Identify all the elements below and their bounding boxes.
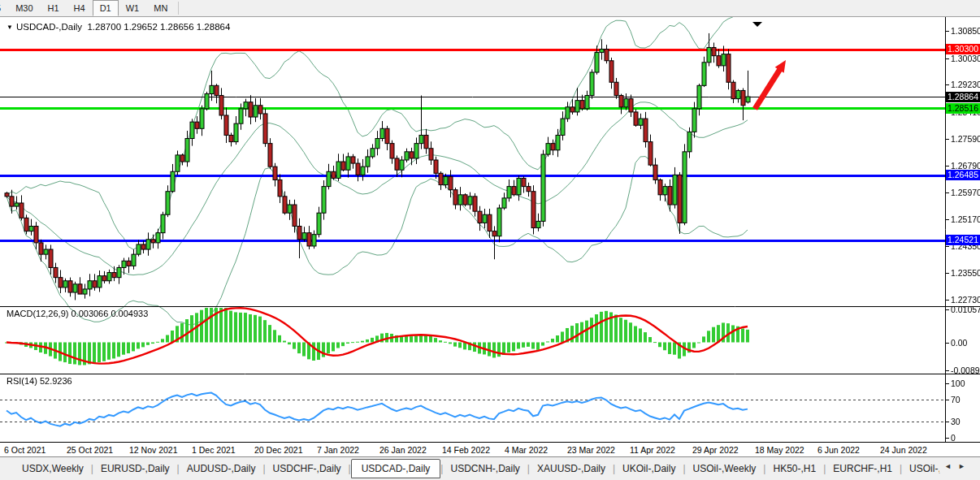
trading-terminal: 5M30H1H4D1W1MN ▼USDCAD-,Daily 1.28700 1.… bbox=[0, 0, 980, 480]
macd-axis-tick: 0.00 bbox=[951, 338, 967, 348]
rsi-axis-tick: 70 bbox=[951, 395, 960, 404]
time-axis-label: 6 Oct 2021 bbox=[4, 445, 46, 455]
time-axis-label: 18 May 2022 bbox=[755, 445, 804, 455]
time-axis-label: 26 Jan 2022 bbox=[379, 445, 427, 455]
timeframe-button-5[interactable]: 5 bbox=[0, 0, 8, 16]
time-axis-label: 1 Dec 2021 bbox=[192, 445, 236, 455]
time-axis-label: 25 Oct 2021 bbox=[67, 445, 113, 455]
rsi-indicator-label: RSI(14) 52.9236 bbox=[7, 376, 72, 386]
tab-scroll-arrows: ◄ ► bbox=[939, 460, 978, 473]
price-axis-tick: 1.22730 bbox=[951, 295, 980, 305]
price-axis-tick: 1.27590 bbox=[951, 134, 980, 144]
chart-title: ▼USDCAD-,Daily 1.28700 1.29652 1.28656 1… bbox=[7, 22, 230, 32]
time-axis-label: 23 Mar 2022 bbox=[567, 445, 615, 455]
time-axis-label: 4 Mar 2022 bbox=[505, 445, 548, 455]
timeframe-button-H1[interactable]: H1 bbox=[41, 0, 67, 16]
price-level-badge-1.26485: 1.26485 bbox=[946, 170, 980, 180]
rsi-axis-tick: 100 bbox=[951, 378, 965, 388]
macd-axis-tick: 0.010578 bbox=[951, 305, 980, 314]
price-axis-tick: 1.29230 bbox=[951, 80, 980, 89]
price-axis-tick: 1.30030 bbox=[951, 54, 980, 63]
price-level-badge-1.28516: 1.28516 bbox=[946, 103, 980, 114]
rsi-axis-tick: 30 bbox=[951, 417, 960, 426]
chart-tab-usoil-weekly[interactable]: USOil-,Weekly bbox=[686, 460, 764, 478]
macd-indicator-label: MACD(12,26,9) 0.003066 0.004933 bbox=[7, 309, 148, 318]
chart-tab-ukoil-daily[interactable]: UKOil-,Daily bbox=[615, 460, 683, 478]
chart-tab-audusd-daily[interactable]: AUDUSD-,Daily bbox=[180, 460, 263, 478]
chart-window: ▼USDCAD-,Daily 1.28700 1.29652 1.28656 1… bbox=[0, 17, 980, 442]
timeframe-button-MN[interactable]: MN bbox=[146, 0, 175, 16]
timeframe-button-D1[interactable]: D1 bbox=[93, 0, 119, 16]
current-price-badge: 1.28864 bbox=[946, 92, 980, 102]
time-axis-label: 7 Jan 2022 bbox=[317, 445, 359, 455]
chart-canvas[interactable] bbox=[0, 17, 980, 442]
price-level-badge-1.24521: 1.24521 bbox=[946, 235, 980, 245]
price-axis-tick: 1.25970 bbox=[951, 188, 980, 197]
chart-ohlc-values: 1.28700 1.29652 1.28656 1.28864 bbox=[87, 22, 230, 32]
time-axis: 6 Oct 202125 Oct 202112 Nov 20211 Dec 20… bbox=[0, 442, 980, 457]
chart-tab-xauusd-daily[interactable]: XAUUSD-,Daily bbox=[530, 460, 613, 478]
timeframe-button-W1[interactable]: W1 bbox=[119, 0, 147, 16]
price-axis-tick: 1.26790 bbox=[951, 161, 980, 171]
chart-tab-eurchf-h1[interactable]: EURCHF-,H1 bbox=[826, 460, 900, 478]
price-axis-tick: 1.30850 bbox=[951, 26, 980, 36]
chart-tab-usdcnh-daily[interactable]: USDCNH-,Daily bbox=[443, 460, 527, 478]
price-axis-tick: 1.25170 bbox=[951, 214, 980, 224]
time-axis-label: 6 Jun 2022 bbox=[817, 445, 860, 455]
chart-tab-hk50-h1[interactable]: HK50-,H1 bbox=[765, 460, 823, 478]
indicator-collapse-icon[interactable]: ▼ bbox=[7, 24, 13, 31]
timeframe-button-M30[interactable]: M30 bbox=[8, 0, 40, 16]
time-axis-label: 20 Dec 2021 bbox=[254, 445, 303, 455]
macd-axis-tick: -0.00896 bbox=[951, 365, 980, 375]
chart-tab-usdchf-daily[interactable]: USDCHF-,Daily bbox=[266, 460, 349, 478]
tab-scroll-right-icon[interactable]: ► bbox=[958, 462, 965, 470]
chart-tab-bar: USDX,Weekly|EURUSD-,Daily|AUDUSD-,Daily|… bbox=[0, 456, 980, 480]
time-axis-label: 12 Nov 2021 bbox=[129, 445, 178, 455]
time-axis-label: 14 Feb 2022 bbox=[442, 445, 490, 455]
tab-scroll-left-icon[interactable]: ◄ bbox=[944, 462, 952, 470]
price-level-badge-1.30300: 1.30300 bbox=[946, 44, 980, 54]
time-axis-label: 24 Jun 2022 bbox=[880, 445, 927, 455]
toolbar-separator bbox=[178, 2, 179, 15]
timeframe-button-H4[interactable]: H4 bbox=[67, 0, 93, 16]
time-axis-label: 29 Apr 2022 bbox=[692, 445, 739, 455]
price-axis-tick: 1.23550 bbox=[951, 268, 980, 278]
timeframe-toolbar: 5M30H1H4D1W1MN bbox=[0, 0, 980, 17]
chart-tab-usdcad-daily[interactable]: USDCAD-,Daily bbox=[351, 459, 441, 478]
time-axis-label: 11 Apr 2022 bbox=[630, 445, 675, 455]
chart-tab-usdx-weekly[interactable]: USDX,Weekly bbox=[15, 460, 91, 478]
chart-tab-eurusd-daily[interactable]: EURUSD-,Daily bbox=[93, 460, 177, 478]
chart-symbol-title: USDCAD-,Daily bbox=[16, 22, 82, 32]
